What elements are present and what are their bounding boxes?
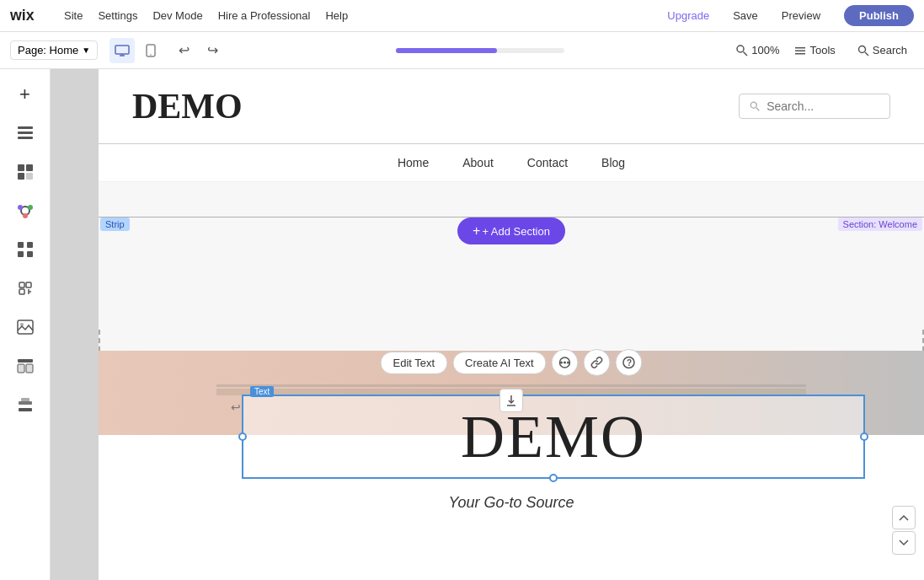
svg-point-44 bbox=[560, 362, 563, 364]
create-ai-text-button[interactable]: Create AI Text bbox=[452, 352, 546, 374]
section-welcome-label: Section: Welcome bbox=[838, 218, 922, 231]
handle-left[interactable] bbox=[238, 432, 247, 441]
svg-rect-28 bbox=[19, 282, 24, 287]
scroll-down-button[interactable] bbox=[892, 531, 916, 555]
demo-text-box[interactable]: DEMO bbox=[242, 395, 865, 479]
svg-point-45 bbox=[563, 362, 566, 364]
svg-rect-10 bbox=[795, 53, 805, 55]
canvas-undo-icon[interactable]: ↩ bbox=[227, 398, 245, 416]
sidebar-icon-design[interactable] bbox=[8, 194, 42, 228]
nav-link-settings[interactable]: Settings bbox=[98, 9, 137, 22]
svg-rect-13 bbox=[18, 126, 33, 129]
chevron-down-icon: ▼ bbox=[82, 46, 90, 55]
svg-point-6 bbox=[737, 46, 744, 52]
undo-button[interactable]: ↩ bbox=[172, 39, 195, 62]
zoom-bar-fill bbox=[396, 48, 497, 53]
svg-line-42 bbox=[756, 108, 759, 110]
help-icon-btn[interactable]: ? bbox=[616, 349, 643, 376]
preview-button[interactable]: Preview bbox=[782, 9, 820, 22]
link-icon-btn[interactable] bbox=[584, 349, 611, 376]
search-button[interactable]: Search bbox=[851, 40, 914, 60]
animate-icon bbox=[558, 356, 572, 369]
page-label: Page: Home bbox=[18, 44, 78, 56]
chevron-down-icon bbox=[899, 540, 909, 546]
nav-link-hire[interactable]: Hire a Professional bbox=[218, 9, 311, 22]
strip-label: Strip bbox=[100, 218, 130, 231]
tools-button[interactable]: Tools bbox=[788, 40, 841, 60]
sidebar-icon-layouts[interactable] bbox=[8, 349, 42, 383]
nav-contact[interactable]: Contact bbox=[527, 156, 568, 169]
nav-about[interactable]: About bbox=[462, 156, 494, 169]
site-logo-text: DEMO bbox=[132, 86, 243, 126]
download-icon[interactable] bbox=[499, 389, 523, 412]
help-icon: ? bbox=[622, 356, 636, 369]
welcome-subtitle: Your Go-to Source bbox=[448, 494, 574, 512]
sidebar-icon-cms[interactable] bbox=[8, 155, 42, 189]
sidebar-icon-tools[interactable] bbox=[8, 388, 42, 422]
edit-text-button[interactable]: Edit Text bbox=[380, 352, 447, 374]
demo-text-title: DEMO bbox=[461, 402, 646, 472]
svg-point-23 bbox=[23, 213, 28, 218]
svg-rect-17 bbox=[26, 164, 33, 171]
mobile-device-btn[interactable] bbox=[138, 38, 163, 63]
header-search-input[interactable] bbox=[766, 99, 879, 113]
scroll-up-button[interactable] bbox=[892, 506, 916, 529]
add-section-button[interactable]: + + Add Section bbox=[457, 218, 565, 244]
svg-rect-1 bbox=[115, 46, 129, 54]
desktop-device-btn[interactable] bbox=[109, 38, 135, 63]
sidebar-icon-media[interactable] bbox=[8, 310, 42, 344]
text-toolbar: Edit Text Create AI Text ? bbox=[380, 349, 642, 376]
zoom-bar bbox=[396, 48, 564, 53]
svg-rect-38 bbox=[19, 408, 32, 411]
header-search-icon bbox=[750, 100, 760, 112]
second-bar: Page: Home ▼ ↩ ↪ 100% Tools Search bbox=[0, 32, 924, 69]
svg-point-21 bbox=[18, 205, 23, 210]
svg-rect-39 bbox=[21, 398, 29, 401]
nav-link-help[interactable]: Help bbox=[325, 9, 348, 22]
save-button[interactable]: Save bbox=[733, 9, 758, 22]
svg-rect-37 bbox=[26, 364, 33, 373]
nav-link-site[interactable]: Site bbox=[64, 9, 83, 22]
svg-rect-29 bbox=[26, 282, 31, 287]
sidebar-icon-pages[interactable] bbox=[8, 116, 42, 150]
nav-home[interactable]: Home bbox=[398, 156, 429, 169]
zoom-display: 100% bbox=[736, 44, 779, 56]
handle-bottom[interactable] bbox=[549, 474, 558, 482]
undo-redo-group: ↩ ↪ bbox=[172, 39, 224, 62]
svg-rect-14 bbox=[18, 132, 33, 134]
nav-link-devmode[interactable]: Dev Mode bbox=[152, 9, 202, 22]
redo-button[interactable]: ↪ bbox=[200, 39, 224, 62]
site-nav: Home About Contact Blog bbox=[99, 144, 924, 182]
zoom-icon bbox=[736, 45, 748, 56]
add-section-icon: + bbox=[473, 223, 480, 239]
page-canvas: DEMO Home About Contact Blog Strip + + bbox=[99, 69, 924, 580]
publish-button[interactable]: Publish bbox=[844, 5, 914, 26]
sidebar-icon-plugins[interactable] bbox=[8, 271, 42, 305]
upgrade-link[interactable]: Upgrade bbox=[667, 9, 709, 22]
svg-rect-36 bbox=[18, 364, 24, 373]
svg-point-22 bbox=[28, 205, 33, 210]
nav-blog[interactable]: Blog bbox=[601, 156, 625, 169]
svg-rect-35 bbox=[18, 359, 33, 362]
tools-icon bbox=[794, 45, 806, 56]
svg-rect-15 bbox=[18, 137, 33, 139]
page-selector[interactable]: Page: Home ▼ bbox=[10, 40, 98, 60]
handle-right[interactable] bbox=[860, 432, 868, 441]
svg-line-12 bbox=[865, 52, 868, 56]
wix-logo[interactable]: wix bbox=[10, 7, 42, 25]
sidebar-icon-grid[interactable] bbox=[8, 233, 42, 266]
left-sidebar: + bbox=[0, 69, 51, 580]
animate-icon-btn[interactable] bbox=[552, 349, 579, 376]
sidebar-icon-add[interactable]: + bbox=[8, 78, 42, 111]
svg-rect-25 bbox=[27, 242, 33, 248]
svg-line-7 bbox=[744, 51, 748, 56]
header-search-box[interactable] bbox=[739, 94, 890, 119]
svg-rect-18 bbox=[18, 173, 24, 180]
canvas-area: DEMO Home About Contact Blog Strip + + bbox=[51, 69, 924, 580]
top-nav-bar: wix Site Settings Dev Mode Hire a Profes… bbox=[0, 0, 924, 32]
text-label-badge: Text bbox=[250, 386, 274, 397]
svg-text:wix: wix bbox=[10, 7, 35, 24]
svg-point-41 bbox=[750, 102, 756, 108]
svg-rect-16 bbox=[18, 164, 24, 171]
download-arrow-icon bbox=[505, 395, 517, 406]
